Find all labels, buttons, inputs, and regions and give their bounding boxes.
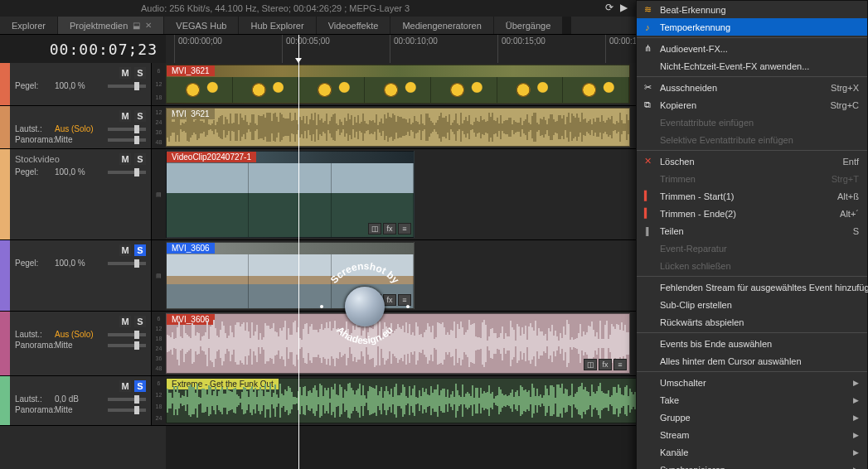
menu-item: TrimmenStrg+T — [637, 170, 867, 187]
control-label: Pegel: — [15, 167, 51, 176]
tab-hubexplorer[interactable]: Hub Explorer — [239, 17, 316, 34]
track-header[interactable]: MSLautst.:0,0 dBPanorama:Mitte6121824 — [0, 376, 166, 426]
menu-item[interactable]: Synchronisieren▶ — [637, 461, 867, 469]
menu-item-label: Tempoerkennung — [660, 22, 730, 32]
timeline-clip[interactable]: MVI_3606◫fx≡ — [166, 313, 630, 374]
mute-button[interactable]: M — [119, 244, 131, 256]
fx-icon[interactable]: fx — [383, 294, 396, 306]
menu-item[interactable]: ▍Trimmen - Ende(2)Alt+´ — [637, 205, 867, 222]
tab-mediengen[interactable]: Mediengeneratoren — [390, 17, 493, 34]
track-control-row: Lautst.:Aus (Solo) — [15, 330, 146, 339]
play-icon[interactable]: ▶ — [620, 2, 628, 13]
menu-item[interactable]: ▍Trimmen - Start(1)Alt+ß — [637, 187, 867, 205]
slider[interactable] — [108, 171, 146, 174]
timeline-clip[interactable]: VideoClip20240727-1◫fx≡ — [166, 151, 415, 238]
track-control-row: Lautst.:Aus (Solo) — [15, 124, 146, 133]
slider[interactable] — [108, 409, 146, 412]
submenu-arrow-icon: ▶ — [853, 396, 859, 404]
menu-item[interactable]: ✂AusschneidenStrg+X — [637, 79, 867, 96]
tab-uebergaenge[interactable]: Übergänge — [494, 17, 563, 34]
control-value[interactable]: Mitte — [55, 341, 104, 350]
track-header[interactable]: MSPegel:100,0 %61218 — [0, 63, 166, 106]
menu-item[interactable]: ‖TeilenS — [637, 222, 867, 239]
fx-icon[interactable]: fx — [599, 359, 612, 370]
fx-icon[interactable]: fx — [383, 223, 396, 234]
control-value[interactable]: Mitte — [55, 135, 104, 144]
menu-item[interactable]: ⧉KopierenStrg+C — [637, 96, 867, 114]
more-icon[interactable]: ≡ — [613, 359, 627, 370]
control-value[interactable]: 0,0 dB — [55, 394, 104, 404]
menu-item-shortcut: Strg+X — [831, 83, 859, 93]
menu-item[interactable]: Take▶ — [637, 391, 867, 409]
menu-item[interactable]: ♪Tempoerkennung — [637, 18, 867, 36]
pin-icon[interactable]: ⬓ — [133, 21, 140, 30]
close-icon[interactable]: ✕ — [145, 21, 152, 30]
more-icon[interactable]: ≡ — [398, 294, 411, 306]
tab-projektmedien[interactable]: Projektmedien⬓✕ — [58, 17, 164, 34]
menu-item[interactable]: Events bis Ende auswählen — [637, 335, 867, 352]
timecode[interactable]: 00:00:07;23 — [0, 35, 166, 63]
tab-videoeffekte[interactable]: Videoeffekte — [317, 17, 391, 34]
solo-button[interactable]: S — [134, 110, 146, 122]
track-options-icon[interactable]: ▤ — [151, 149, 166, 239]
track-control-row: Panorama:Mitte — [15, 135, 146, 144]
solo-button[interactable]: S — [134, 244, 146, 256]
slider[interactable] — [108, 138, 146, 142]
mute-button[interactable]: M — [119, 67, 131, 79]
menu-item[interactable]: ≋Beat-Erkennung — [637, 1, 867, 18]
timeline-clip[interactable]: MVI_3621 — [166, 108, 630, 147]
mute-button[interactable]: M — [119, 316, 131, 327]
menu-item[interactable]: ✕LöschenEntf — [637, 152, 867, 170]
menu-item[interactable]: Umschalter▶ — [637, 374, 867, 391]
control-value[interactable]: Aus (Solo) — [55, 330, 104, 339]
solo-button[interactable]: S — [134, 316, 146, 327]
tab-explorer[interactable]: Explorer — [0, 17, 58, 34]
menu-item[interactable]: Stream▶ — [637, 426, 867, 443]
more-icon[interactable]: ≡ — [398, 223, 411, 234]
menu-item[interactable]: Nicht-Echtzeit-Event-FX anwenden... — [637, 57, 867, 75]
crop-icon[interactable]: ◫ — [584, 359, 597, 370]
menu-item-icon: ≋ — [642, 4, 653, 15]
solo-button[interactable]: S — [134, 380, 146, 392]
timeline-clip[interactable]: MVI_3606◫fx≡ — [166, 242, 415, 309]
menu-item[interactable]: Kanäle▶ — [637, 443, 867, 461]
slider[interactable] — [108, 262, 146, 265]
slider[interactable] — [108, 344, 146, 347]
track-header[interactable]: StockvideoMSPegel:100,0 %▤ — [0, 149, 166, 240]
slider[interactable] — [108, 398, 146, 401]
control-value[interactable]: 100,0 % — [55, 259, 104, 268]
track-header[interactable]: MSPegel:100,0 %▤ — [0, 240, 166, 312]
submenu-arrow-icon: ▶ — [853, 448, 859, 457]
track-options-icon[interactable]: ▤ — [151, 240, 166, 311]
slider[interactable] — [108, 128, 146, 131]
control-value[interactable]: 100,0 % — [55, 81, 104, 90]
menu-item-label: Events bis Ende auswählen — [660, 339, 772, 349]
playhead[interactable] — [298, 35, 299, 469]
track-header[interactable]: MSLautst.:Aus (Solo)Panorama:Mitte122436… — [0, 106, 166, 149]
mute-button[interactable]: M — [119, 153, 131, 165]
timeline-clip[interactable]: MVI_3621 — [166, 65, 630, 104]
tab-label: Videoeffekte — [328, 21, 379, 31]
control-label: Pegel: — [15, 259, 51, 268]
control-value[interactable]: 100,0 % — [55, 167, 104, 176]
track-header[interactable]: MSLautst.:Aus (Solo)Panorama:Mitte612182… — [0, 312, 166, 376]
solo-button[interactable]: S — [134, 67, 146, 79]
menu-item[interactable]: Sub-Clip erstellen — [637, 296, 867, 313]
slider[interactable] — [108, 85, 146, 88]
refresh-icon[interactable]: ⟳ — [605, 2, 613, 13]
tab-vegashub[interactable]: VEGAS Hub — [164, 17, 239, 34]
crop-icon[interactable]: ◫ — [368, 223, 381, 234]
solo-button[interactable]: S — [134, 153, 146, 165]
slider[interactable] — [108, 333, 146, 336]
menu-item[interactable]: Alles hinter dem Cursor auswählen — [637, 352, 867, 370]
crop-icon[interactable]: ◫ — [368, 294, 381, 306]
menu-item-label: Kopieren — [660, 100, 696, 110]
menu-item[interactable]: Fehlenden Stream für ausgewähltes Event … — [637, 278, 867, 296]
mute-button[interactable]: M — [119, 380, 131, 392]
menu-item[interactable]: Gruppe▶ — [637, 409, 867, 426]
menu-item[interactable]: ⋔Audioevent-FX... — [637, 40, 867, 57]
control-value[interactable]: Mitte — [55, 405, 104, 414]
menu-item[interactable]: Rückwärts abspielen — [637, 313, 867, 331]
control-value[interactable]: Aus (Solo) — [55, 124, 104, 133]
mute-button[interactable]: M — [119, 110, 131, 122]
